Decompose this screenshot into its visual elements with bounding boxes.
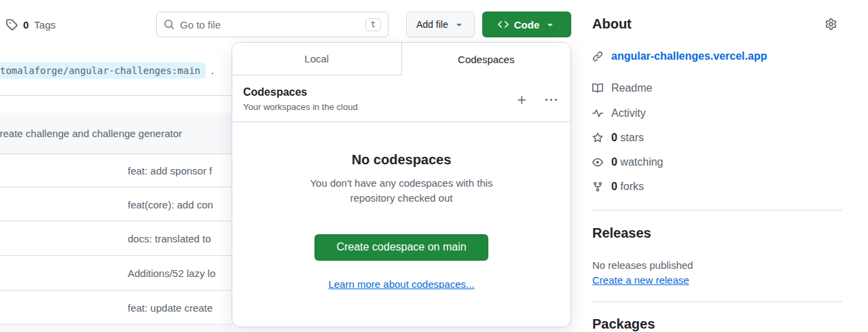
tag-icon [5,18,18,31]
code-dropdown-popover: Local Codespaces Codespaces Your workspa… [232,42,571,327]
link-icon [592,51,603,62]
stars-link[interactable]: 0 stars [592,132,644,144]
kebab-horizontal-icon [545,94,557,106]
website-link[interactable]: angular-challenges.vercel.app [611,50,767,62]
branch-ref-line: tomalaforge/angular-challenges:main . [0,62,214,79]
tags-link[interactable]: 0 Tags [5,18,56,31]
codespaces-title: Codespaces [243,86,513,98]
codespaces-options-button[interactable] [543,92,560,109]
readme-link[interactable]: Readme [592,82,652,94]
codespaces-empty-state: No codespaces You don't have any codespa… [232,152,571,291]
codespaces-subtitle: Your workspaces in the cloud [243,102,513,112]
about-sidebar: About angular-challenges.vercel.app Read… [592,0,842,332]
eye-icon [592,157,603,168]
create-codespace-button[interactable]: Create codespace on main [314,234,488,261]
website-link-row: angular-challenges.vercel.app [592,50,767,62]
add-file-label: Add file [416,19,448,30]
tags-count: 0 [23,19,29,31]
hotkey-badge: t [365,18,381,31]
code-icon [498,19,509,30]
forks-label: forks [620,181,644,192]
readme-label: Readme [611,82,652,94]
latest-commit-message[interactable]: create challenge and challenge generator [0,113,182,154]
no-releases-text: No releases published [592,259,693,271]
gear-icon [825,18,837,30]
divider [592,210,842,210]
learn-more-link[interactable]: Learn more about codespaces... [328,278,474,290]
branch-ref-chip: tomalaforge/angular-challenges:main [0,62,206,79]
activity-link[interactable]: Activity [592,107,646,119]
about-title: About [592,16,632,32]
code-button[interactable]: Code [482,12,571,37]
tags-label: Tags [34,19,56,31]
fork-icon [592,181,603,192]
github-repo-page: 0 Tags t Add file Code tomalaforge/angul… [0,0,868,332]
pulse-icon [592,108,603,119]
code-button-label: Code [514,19,540,31]
edit-repo-details-button[interactable] [825,18,837,30]
forks-link[interactable]: 0 forks [592,181,644,193]
stars-label: stars [620,132,644,143]
forks-count: 0 [611,181,617,192]
tab-codespaces[interactable]: Codespaces [402,43,571,75]
codespaces-panel-header: Codespaces Your workspaces in the cloud [232,75,571,122]
packages-title: Packages [592,316,655,332]
ref-suffix: . [211,65,214,76]
empty-state-description: You don't have any codespaces with this … [293,176,510,206]
releases-title: Releases [592,225,651,241]
divider [592,301,842,302]
add-file-button[interactable]: Add file [406,12,475,37]
go-to-file-search[interactable]: t [156,12,388,37]
plus-icon [516,94,528,106]
empty-state-title: No codespaces [232,152,571,168]
search-icon [164,19,175,30]
commit-message-link[interactable]: feat(core): add con [128,198,213,210]
activity-label: Activity [611,107,646,119]
commit-message-link[interactable]: feat: add sponsor f [128,165,212,177]
commit-message-link[interactable]: Additions/52 lazy lo [128,268,215,279]
star-icon [592,132,603,143]
go-to-file-input[interactable] [180,19,360,31]
stars-count: 0 [611,132,617,143]
tab-local[interactable]: Local [232,43,402,75]
create-release-link[interactable]: Create a new release [592,274,689,286]
divider [0,95,232,96]
book-icon [592,83,603,94]
commit-message-link[interactable]: feat: update create [128,301,213,313]
watching-count: 0 [611,156,617,168]
watching-link[interactable]: 0 watching [592,156,664,168]
commit-message-link[interactable]: docs: translated to [128,233,211,244]
chevron-down-icon [545,19,556,30]
new-codespace-button[interactable] [513,92,530,109]
chevron-down-icon [454,19,465,30]
code-dropdown-tabs: Local Codespaces [232,43,571,75]
watching-label: watching [620,156,663,168]
table-next-row-edge [0,325,232,332]
